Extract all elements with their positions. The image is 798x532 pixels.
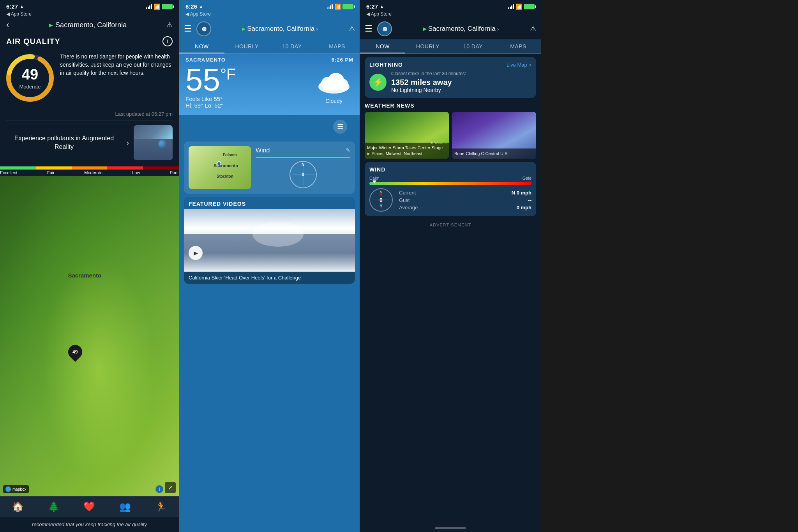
advertisement-label: ADVERTISEMENT	[360, 219, 541, 230]
condition-label: Cloudy	[314, 98, 353, 104]
ar-banner-text: Experience pollutants in Augmented Reali…	[6, 134, 122, 152]
videos-title: FEATURED VIDEOS	[184, 197, 355, 209]
time-display-1: 6:27	[6, 3, 18, 10]
news-image-2[interactable]: Bone-Chilling C Central U.S.	[452, 112, 536, 159]
app-store-label-1: ◀ App Store	[0, 11, 179, 18]
weather-news-section: WEATHER NEWS Major Winter Storm Takes Ce…	[365, 101, 536, 159]
tab-now-3[interactable]: NOW	[360, 39, 405, 53]
wind-edit-icon[interactable]: ✎	[346, 147, 350, 154]
lightning-section: LIGHTNING Live Map > ⚡ Closest strike in…	[365, 57, 536, 98]
video-thumbnail[interactable]: ▶	[184, 209, 355, 272]
wind-calm-label: Calm	[369, 176, 380, 180]
lightning-distance: 1352 miles away	[391, 78, 466, 87]
lightning-status: No Lightning Nearby	[391, 87, 466, 93]
battery-icon-3	[524, 4, 535, 9]
tab-hourly-2[interactable]: HOURLY	[224, 39, 270, 53]
lightning-subtitle: Closest strike in the last 30 minutes:	[391, 71, 466, 76]
layers-button[interactable]: ☰	[333, 120, 347, 134]
gps-icon-2: ▲	[199, 4, 203, 9]
aq-map[interactable]: Sacramento 49 mapbox i ⤢	[0, 176, 179, 496]
status-bar-3: 6:27 ▲ 📶	[360, 0, 541, 11]
tab-maps-3[interactable]: MAPS	[496, 39, 541, 53]
weather-current: SACRAMENTO 6:26 PM 55°F Feels Like 55° H…	[179, 54, 360, 115]
nav-home[interactable]: 🏠	[12, 501, 24, 512]
tab-maps-2[interactable]: MAPS	[314, 39, 360, 53]
aq-main-section: 49 Moderate There is no real danger for …	[0, 49, 179, 110]
nav-nature[interactable]: 🌲	[48, 501, 60, 512]
alert-icon-2: ⚠	[349, 25, 355, 33]
map-aqi-pin-value: 49	[72, 349, 78, 355]
menu-icon-3[interactable]: ☰	[365, 24, 373, 34]
tab-10day-3[interactable]: 10 DAY	[450, 39, 496, 53]
lightning-bolt-icon: ⚡	[369, 74, 387, 91]
nav-activity[interactable]: 🏃	[155, 501, 167, 512]
svg-point-6	[337, 79, 348, 90]
weather-location-2: ▶ Sacramento, California ›	[242, 25, 318, 33]
temperature-display: 55°F	[185, 64, 236, 95]
average-value: 0 mph	[517, 205, 531, 210]
bottom-nav: 🏠 🌲 ❤️ 👥 🏃	[0, 496, 179, 517]
app-store-label-2: ◀ App Store	[179, 11, 360, 18]
time-display-3: 6:27	[366, 3, 378, 10]
lightning-title: LIGHTNING	[369, 62, 403, 68]
weather-header-nav: ☰ ⊛ ▶ Sacramento, California › ⚠	[179, 18, 360, 39]
wind-scale-marker	[373, 180, 376, 184]
panel-air-quality: 6:27 ▲ 📶 ◀ App Store ‹ ▶ Sacra	[0, 0, 179, 532]
aqi-number: 49	[19, 66, 41, 83]
gust-value: --	[528, 197, 531, 203]
alert-icon-3: ⚠	[530, 25, 536, 33]
gps-icon-1: ▲	[19, 4, 24, 9]
wind-compass-2: N 0	[290, 161, 317, 188]
nav-social[interactable]: 👥	[119, 501, 131, 512]
nav-health[interactable]: ❤️	[83, 501, 95, 512]
panel-weather-now: 6:26 ▲ 📶 ◀ App Store ☰ ⊛	[179, 0, 360, 532]
tab-10day-2[interactable]: 10 DAY	[270, 39, 315, 53]
aq-title: AIR QUALITY	[6, 37, 60, 46]
info-icon[interactable]: i	[162, 36, 173, 46]
mapbox-logo: mapbox	[3, 485, 29, 493]
map-expand-icon[interactable]: ⤢	[165, 482, 176, 493]
bottom-spacer	[360, 230, 541, 524]
feels-like: Feels Like 55°	[185, 95, 236, 102]
wind-right-section: WIND Calm Gale N 0	[365, 162, 536, 216]
current-wind-label: Current	[399, 190, 416, 196]
map-info-icon[interactable]: i	[155, 485, 163, 493]
aq-scale-bar	[0, 166, 179, 170]
back-button-1[interactable]: ‹	[6, 20, 9, 30]
app-store-label-3: ◀ App Store	[360, 11, 541, 18]
weather-map-thumb[interactable]: Folsom Sacramento Stockton	[189, 146, 251, 189]
wind-right-title: WIND	[369, 166, 531, 173]
aq-gauge: 49 Moderate	[5, 53, 55, 103]
map-marker: 49	[68, 345, 82, 359]
wind-title-label: Wind	[256, 147, 270, 154]
news-title: WEATHER NEWS	[365, 101, 536, 112]
weather-header-nav-3: ☰ ⊛ ▶ Sacramento, California › ⚠	[360, 18, 541, 39]
ar-banner[interactable]: Experience pollutants in Augmented Reali…	[0, 120, 179, 165]
lightning-live-map[interactable]: Live Map >	[507, 62, 531, 68]
aq-header: AIR QUALITY i	[0, 33, 179, 49]
battery-icon-1	[162, 4, 173, 9]
wifi-icon-3: 📶	[516, 4, 522, 10]
play-button[interactable]: ▶	[189, 246, 203, 260]
weather-location-3: ▶ Sacramento, California ›	[423, 25, 499, 33]
last-updated: Last updated at 06:27 pm	[0, 110, 179, 120]
aqi-label: Moderate	[19, 84, 41, 90]
weather-tabs-3: NOW HOURLY 10 DAY MAPS	[360, 39, 541, 54]
news-image-1[interactable]: Major Winter Storm Takes Center Stage in…	[365, 112, 449, 159]
tab-hourly-3[interactable]: HOURLY	[405, 39, 450, 53]
aq-scale-container: Excellent Fair Moderate Low Poor	[0, 165, 179, 176]
weather-logo-2: ⊛	[196, 21, 211, 36]
news-caption-2: Bone-Chilling C Central U.S.	[452, 148, 536, 159]
battery-icon-2	[343, 4, 353, 9]
wind-stats: Current N 0 mph Gust -- Average 0 mph	[399, 189, 531, 211]
ar-chevron-icon: ›	[127, 139, 129, 147]
cloud-icon	[314, 69, 353, 96]
wind-compass-small: N 0	[369, 188, 393, 212]
ar-image	[134, 125, 173, 160]
home-indicator	[360, 524, 541, 532]
menu-icon-2[interactable]: ☰	[184, 24, 192, 34]
tab-now-2[interactable]: NOW	[179, 39, 224, 53]
hi-lo: Hi: 59° Lo: 52°	[185, 102, 236, 109]
wind-info: Wind ✎ N 0	[256, 147, 350, 188]
wind-section-2: Folsom Sacramento Stockton Wind ✎ N 0	[184, 141, 355, 194]
